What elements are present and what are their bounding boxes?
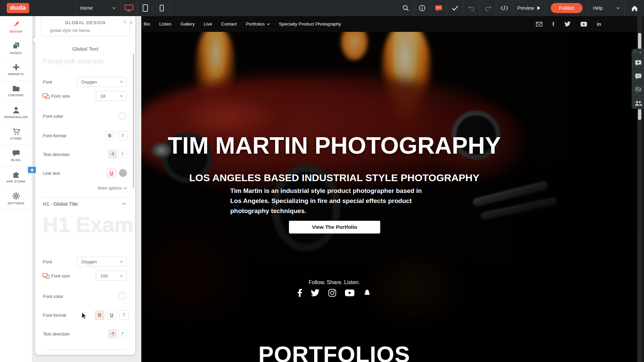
sidebar-item-label: DESIGN bbox=[9, 30, 22, 33]
font-select[interactable]: Oxygen bbox=[77, 77, 127, 87]
help-menu[interactable]: Help bbox=[588, 0, 625, 16]
facebook-icon[interactable] bbox=[298, 289, 302, 297]
feedback-button[interactable] bbox=[430, 0, 447, 16]
portfolios-section: PORTFOLIOS bbox=[141, 337, 637, 362]
font-color-swatch[interactable] bbox=[118, 112, 126, 120]
direction-arrow-icon: ◂ bbox=[110, 153, 112, 156]
speech-bubble-icon bbox=[12, 150, 20, 157]
publish-cell: Publish bbox=[545, 0, 588, 16]
sidebar-item-blog[interactable]: BLOG bbox=[0, 145, 32, 166]
site-nav-gallery[interactable]: Gallery bbox=[181, 21, 195, 27]
twitter-icon[interactable] bbox=[564, 21, 571, 27]
gear-icon bbox=[12, 192, 20, 200]
h1-font-color-swatch[interactable] bbox=[118, 292, 126, 300]
hero-section: TIM MARTIN PHOTOGRAPHY LOS ANGELES BASED… bbox=[141, 32, 637, 337]
comments-list-button[interactable] bbox=[632, 69, 644, 83]
desktop-icon bbox=[124, 4, 134, 12]
site-nav-listen[interactable]: Listen bbox=[159, 21, 171, 27]
font-size-select[interactable]: 18 bbox=[96, 91, 127, 101]
sidebar-item-app-store[interactable]: APP STORE bbox=[0, 166, 32, 188]
tablet-icon bbox=[142, 4, 148, 12]
done-button[interactable] bbox=[447, 0, 463, 16]
devices-icon bbox=[42, 273, 50, 279]
site-intro-paragraph[interactable]: Tim Martin is an industrial style produc… bbox=[230, 186, 423, 216]
puzzle-icon bbox=[12, 171, 20, 178]
sidebar-item-design[interactable]: DESIGN bbox=[0, 16, 32, 38]
search-button[interactable] bbox=[397, 0, 414, 16]
facebook-icon[interactable]: f bbox=[552, 21, 554, 28]
pilcrow-icon: ¶ bbox=[121, 152, 123, 157]
linkedin-icon[interactable]: in bbox=[597, 21, 601, 27]
publish-button[interactable]: Publish bbox=[551, 3, 583, 13]
sidebar-item-pages[interactable]: PAGES bbox=[0, 38, 32, 59]
pilcrow-icon: ¶ bbox=[121, 331, 123, 336]
comments-help-button[interactable]: ? bbox=[634, 50, 636, 54]
paintbrush-icon bbox=[12, 20, 20, 28]
more-options-link[interactable]: More options bbox=[98, 186, 127, 191]
duda-logo[interactable]: duda bbox=[7, 3, 29, 13]
site-nav-contact[interactable]: Contact bbox=[221, 21, 237, 27]
checkmark-icon bbox=[452, 5, 458, 11]
sidebar-item-content[interactable]: CONTENT bbox=[0, 81, 32, 102]
chevron-down-icon bbox=[120, 261, 123, 263]
site-nav-portfolios[interactable]: Portfolios bbox=[246, 21, 270, 27]
pages-icon bbox=[12, 42, 20, 50]
h1-italic-button[interactable]: I bbox=[119, 310, 129, 320]
dashboard-home-button[interactable] bbox=[625, 0, 644, 16]
h1-font-color-label: Font color bbox=[43, 294, 63, 299]
italic-button[interactable]: I bbox=[118, 131, 128, 140]
add-comment-button[interactable] bbox=[632, 56, 644, 69]
h1-section-heading: H1 - Global Title bbox=[43, 201, 78, 207]
hide-comments-button[interactable] bbox=[632, 83, 644, 96]
view-portfolio-button[interactable]: View The Portfolio bbox=[289, 221, 380, 234]
email-icon[interactable] bbox=[536, 22, 542, 27]
help-label: Help bbox=[593, 5, 603, 11]
collaborators-button[interactable] bbox=[632, 96, 644, 110]
h1-bold-button[interactable]: B bbox=[95, 310, 104, 320]
dev-mode-button[interactable] bbox=[496, 0, 512, 16]
twitter-icon[interactable] bbox=[311, 289, 319, 297]
collapse-chevron-icon[interactable] bbox=[122, 203, 126, 205]
youtube-icon[interactable] bbox=[581, 22, 587, 27]
site-title[interactable]: TIM MARTIN PHOTOGRAPHY bbox=[141, 132, 527, 159]
text-direction-rtl-button[interactable]: ¶ bbox=[118, 150, 127, 159]
page-selector[interactable]: Home bbox=[75, 0, 120, 16]
h1-font-select[interactable]: Oxygen bbox=[77, 257, 127, 267]
direction-arrow-icon: ◂ bbox=[110, 332, 112, 335]
comments-close-button[interactable]: × bbox=[639, 50, 642, 55]
h1-underline-button[interactable]: U bbox=[107, 310, 116, 320]
site-subtitle[interactable]: LOS ANGELES BASED INDUSTRIAL STYLE PHOTO… bbox=[141, 172, 527, 184]
chat-bubble-icon bbox=[435, 5, 442, 12]
panel-scrollbar[interactable] bbox=[133, 54, 134, 188]
mobile-view-button[interactable] bbox=[153, 0, 170, 16]
tablet-view-button[interactable] bbox=[137, 0, 153, 16]
info-button[interactable] bbox=[414, 0, 430, 16]
sidebar-item-settings[interactable]: SETTINGS bbox=[0, 188, 32, 209]
link-underline-button[interactable]: U bbox=[107, 168, 116, 178]
instagram-icon[interactable] bbox=[328, 289, 336, 297]
bold-button[interactable]: B bbox=[105, 131, 114, 140]
redo-button[interactable] bbox=[480, 0, 496, 16]
chevron-down-icon bbox=[120, 95, 123, 97]
desktop-view-button[interactable] bbox=[120, 0, 137, 16]
sidebar-item-personalize[interactable]: PERSONALIZE bbox=[0, 102, 32, 123]
text-direction-label: Text direction bbox=[43, 152, 70, 157]
site-nav-specialty[interactable]: Specialty Product Photography bbox=[279, 21, 341, 27]
sidebar-item-widgets[interactable]: WIDGETS bbox=[0, 59, 32, 81]
link-text-label: Link text bbox=[43, 171, 60, 176]
site-nav-live[interactable]: Live bbox=[204, 21, 212, 27]
duda-editor: duda Home bbox=[0, 0, 644, 362]
link-color-swatch[interactable] bbox=[119, 169, 127, 177]
sidebar-item-store[interactable]: STORE bbox=[0, 123, 32, 145]
preview-button[interactable]: Preview bbox=[512, 0, 545, 16]
h1-text-direction-ltr-button[interactable]: ◂ ¶ bbox=[108, 329, 117, 338]
sidebar-item-label: STORE bbox=[10, 137, 22, 140]
undo-button[interactable] bbox=[463, 0, 480, 16]
snapchat-icon[interactable] bbox=[363, 289, 371, 297]
youtube-icon[interactable] bbox=[345, 290, 354, 296]
portfolios-heading[interactable]: PORTFOLIOS bbox=[141, 341, 527, 362]
h1-font-size-select[interactable]: 100 bbox=[96, 271, 127, 281]
h1-text-direction-rtl-button[interactable]: ¶ bbox=[118, 329, 127, 338]
site-nav-bio[interactable]: Bio bbox=[144, 21, 150, 27]
text-direction-ltr-button[interactable]: ◂ ¶ bbox=[108, 150, 117, 159]
